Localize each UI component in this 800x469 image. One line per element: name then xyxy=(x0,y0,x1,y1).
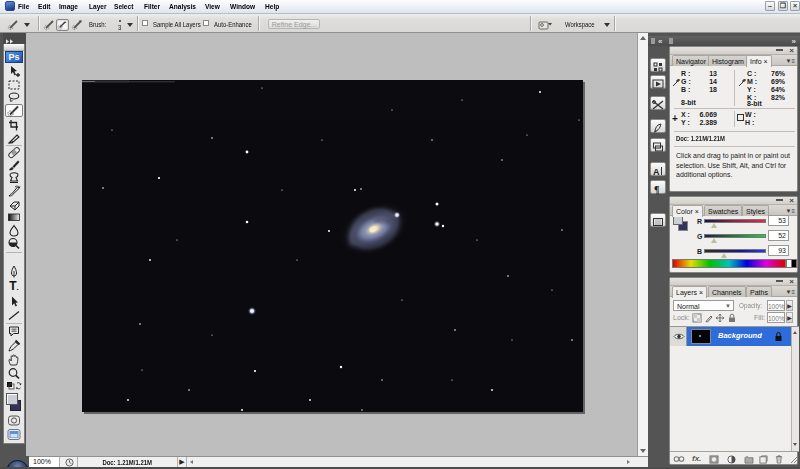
svg-text:A: A xyxy=(653,167,660,177)
svg-text:¶: ¶ xyxy=(654,184,659,195)
